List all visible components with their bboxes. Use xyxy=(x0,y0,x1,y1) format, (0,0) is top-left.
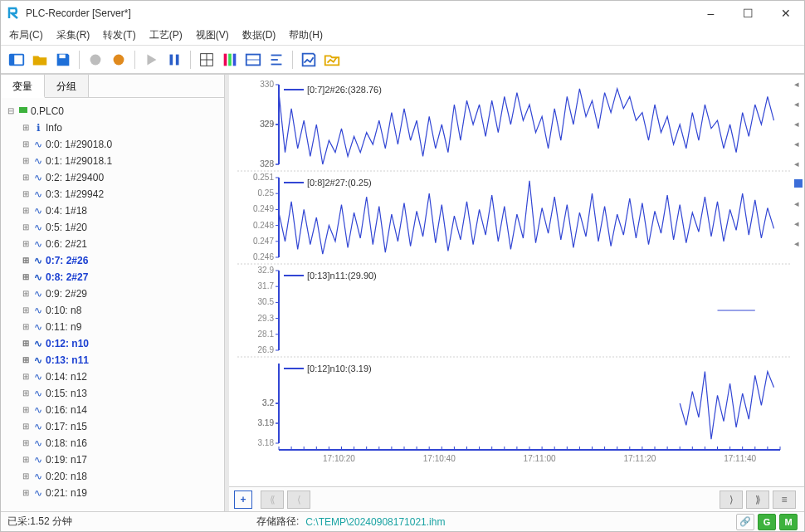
tree-item-15[interactable]: ⊞∿0:15: n13 xyxy=(4,385,221,402)
status-bar: 已采:1.52 分钟 存储路径: C:\TEMP\20240908171021.… xyxy=(1,511,804,531)
gutter-marker[interactable]: ◂ xyxy=(794,120,803,128)
tree-item-3[interactable]: ⊞∿0:3: 1#29942 xyxy=(4,186,221,203)
expand-icon[interactable]: ⊞ xyxy=(21,402,31,418)
expand-icon[interactable]: ⊞ xyxy=(21,368,31,385)
tree-item-1[interactable]: ⊞∿0:1: 1#29018.1 xyxy=(4,153,221,169)
menu-help[interactable]: 帮助(H) xyxy=(289,28,323,42)
expand-icon[interactable]: ⊞ xyxy=(21,153,31,169)
open-icon[interactable] xyxy=(29,49,51,71)
charts-viewport[interactable]: 328328329329329330[0:7]2#26:(328.76)0.24… xyxy=(229,75,804,486)
tree-item-9[interactable]: ⊞∿0:9: 2#29 xyxy=(4,286,221,302)
expand-icon[interactable]: ⊞ xyxy=(21,468,31,485)
tab-variables[interactable]: 变量 xyxy=(1,75,45,98)
nav-last-button[interactable]: ⟫ xyxy=(746,491,769,509)
tree-item-4[interactable]: ⊞∿0:4: 1#18 xyxy=(4,203,221,219)
grid-icon[interactable] xyxy=(196,49,217,71)
tree-item-12[interactable]: ⊞∿0:12: n10 xyxy=(4,335,221,352)
expand-icon[interactable]: ⊞ xyxy=(21,236,31,252)
tree-item-8[interactable]: ⊞∿0:8: 2#27 xyxy=(4,269,221,286)
nav-first-button[interactable]: ⟪ xyxy=(261,491,284,509)
minimize-button[interactable]: – xyxy=(692,1,729,26)
menu-data[interactable]: 数据(D) xyxy=(242,28,276,42)
nav-next-button[interactable]: ⟩ xyxy=(720,491,743,509)
nav-prev-button[interactable]: ⟨ xyxy=(287,491,310,509)
tree-item-17[interactable]: ⊞∿0:17: n15 xyxy=(4,418,221,435)
expand-icon[interactable]: ⊞ xyxy=(21,335,31,352)
status-g-badge[interactable]: G xyxy=(758,514,776,530)
tree-item-14[interactable]: ⊞∿0:14: n12 xyxy=(4,368,221,385)
tab-groups[interactable]: 分组 xyxy=(45,75,89,97)
gutter-marker[interactable]: ◂ xyxy=(794,100,803,108)
record-gray-icon[interactable] xyxy=(85,49,106,71)
gutter-marker[interactable]: ◂ xyxy=(794,159,803,168)
menu-acquire[interactable]: 采集(R) xyxy=(56,28,90,42)
tree-item-18[interactable]: ⊞∿0:18: n16 xyxy=(4,435,221,451)
palette-icon[interactable] xyxy=(219,49,241,71)
svg-rect-11 xyxy=(228,53,232,66)
expand-icon[interactable]: ⊞ xyxy=(21,219,31,236)
expand-icon[interactable]: ⊟ xyxy=(6,103,16,120)
tree-item-16[interactable]: ⊞∿0:16: n14 xyxy=(4,402,221,418)
expand-icon[interactable]: ⊞ xyxy=(21,319,31,335)
add-strip-button[interactable]: + xyxy=(234,491,252,509)
save-icon[interactable] xyxy=(52,49,74,71)
status-link-icon[interactable]: 🔗 xyxy=(736,514,754,530)
node-icon: ∿ xyxy=(32,319,44,335)
expand-icon[interactable]: ⊞ xyxy=(21,120,31,136)
expand-icon[interactable]: ⊞ xyxy=(21,418,31,435)
gutter-marker[interactable]: ◂ xyxy=(794,219,803,227)
expand-icon[interactable]: ⊞ xyxy=(21,451,31,468)
tree-item-5[interactable]: ⊞∿0:5: 1#20 xyxy=(4,219,221,236)
menu-view[interactable]: 视图(V) xyxy=(196,28,229,42)
tree-item-11[interactable]: ⊞∿0:11: n9 xyxy=(4,319,221,335)
tree-item-2[interactable]: ⊞∿0:2: 1#29400 xyxy=(4,169,221,186)
svg-rect-1 xyxy=(10,54,15,65)
expand-icon[interactable]: ⊞ xyxy=(21,186,31,203)
save-chart-icon[interactable] xyxy=(298,49,320,71)
status-m-badge[interactable]: M xyxy=(779,514,798,530)
expand-icon[interactable]: ⊞ xyxy=(21,269,31,286)
tree-item-20[interactable]: ⊞∿0:20: n18 xyxy=(4,468,221,485)
tree-item-19[interactable]: ⊞∿0:19: n17 xyxy=(4,451,221,468)
variable-tree[interactable]: ⊟0.PLC0⊞ℹInfo⊞∿0:0: 1#29018.0⊞∿0:1: 1#29… xyxy=(1,98,224,511)
expand-icon[interactable]: ⊞ xyxy=(21,302,31,319)
gutter-marker[interactable]: ◂ xyxy=(794,199,803,207)
pause-icon[interactable] xyxy=(163,49,185,71)
expand-icon[interactable]: ⊞ xyxy=(21,169,31,186)
expand-icon[interactable]: ⊞ xyxy=(21,352,31,368)
maximize-button[interactable]: ☐ xyxy=(729,1,767,26)
expand-icon[interactable]: ⊞ xyxy=(21,385,31,402)
tree-item-13[interactable]: ⊞∿0:13: n11 xyxy=(4,352,221,368)
gutter-marker[interactable]: ◂ xyxy=(794,80,803,88)
tree-info[interactable]: ⊞ℹInfo xyxy=(4,120,221,136)
close-button[interactable]: ✕ xyxy=(767,1,804,26)
tree-item-21[interactable]: ⊞∿0:21: n19 xyxy=(4,485,221,501)
export-icon[interactable] xyxy=(321,49,343,71)
expand-icon[interactable]: ⊞ xyxy=(21,252,31,269)
tree-item-7[interactable]: ⊞∿0:7: 2#26 xyxy=(4,252,221,269)
status-path-value[interactable]: C:\TEMP\20240908171021.ihm xyxy=(305,516,445,528)
expand-icon[interactable]: ⊞ xyxy=(21,286,31,302)
menu-forward[interactable]: 转发(T) xyxy=(103,28,135,42)
tree-item-10[interactable]: ⊞∿0:10: n8 xyxy=(4,302,221,319)
ruler-icon[interactable] xyxy=(242,49,264,71)
node-icon: ∿ xyxy=(32,136,44,153)
tree-item-0[interactable]: ⊞∿0:0: 1#29018.0 xyxy=(4,136,221,153)
record-orange-icon[interactable] xyxy=(108,49,129,71)
node-label: 0:12: n10 xyxy=(46,335,89,352)
expand-icon[interactable]: ⊞ xyxy=(21,136,31,153)
gutter-marker[interactable]: ◂ xyxy=(794,139,803,148)
gutter-marker[interactable]: ◂ xyxy=(794,239,803,247)
toolbar-separator xyxy=(79,51,80,69)
play-icon[interactable] xyxy=(140,49,162,71)
gutter-marker-active[interactable] xyxy=(794,179,803,188)
expand-icon[interactable]: ⊞ xyxy=(21,485,31,501)
tree-root[interactable]: ⊟0.PLC0 xyxy=(4,103,221,120)
expand-icon[interactable]: ⊞ xyxy=(21,435,31,451)
align-icon[interactable] xyxy=(266,49,287,71)
panel-icon[interactable] xyxy=(6,49,27,71)
menu-layout[interactable]: 布局(C) xyxy=(9,28,43,42)
tree-item-6[interactable]: ⊞∿0:6: 2#21 xyxy=(4,236,221,252)
menu-process[interactable]: 工艺(P) xyxy=(149,28,183,42)
expand-icon[interactable]: ⊞ xyxy=(21,203,31,219)
